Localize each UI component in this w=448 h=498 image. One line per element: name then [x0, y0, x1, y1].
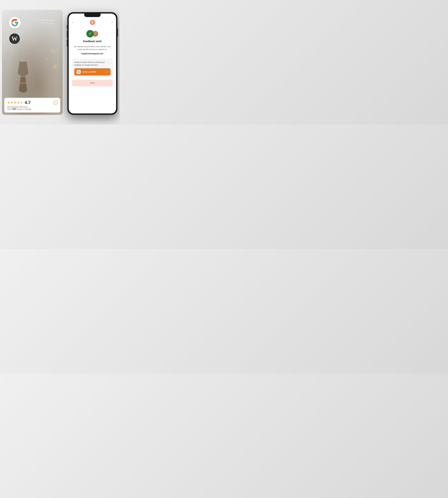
star-1: ★ [7, 100, 10, 104]
coffee-image [11, 59, 35, 94]
bokeh-1 [52, 51, 53, 52]
triangle-down-icon [92, 22, 93, 24]
mute-button [67, 25, 67, 29]
leave-review-button[interactable]: Leave a review ⬚ [74, 68, 111, 76]
rating-number: 4.7 [25, 100, 31, 105]
star-3: ★ [14, 100, 16, 104]
external-link-icon: ⬚ [106, 71, 108, 73]
star-5-half: ★ ★ [20, 100, 23, 104]
feedback-email: timjohnston@gmail.com [81, 53, 103, 55]
volume-down-button [67, 40, 67, 47]
success-avatar: ✓ [86, 30, 94, 37]
triangle-up-icon [92, 21, 93, 22]
menu-button[interactable]: — [111, 21, 113, 24]
avatar-group: ✓ [86, 30, 98, 37]
svg-text:W: W [11, 35, 17, 42]
google-review-card: Ready to inspire others by sharing your … [72, 58, 113, 77]
g-red2: e [30, 108, 31, 110]
person-title: CHEF BOUFFE [39, 22, 56, 24]
star-2: ★ [10, 100, 13, 104]
volume-up-button [67, 31, 67, 38]
bokeh-3 [54, 66, 56, 67]
google-icon [77, 70, 81, 74]
done-button[interactable]: Done [72, 80, 113, 86]
google-logo-circle [9, 17, 21, 29]
bokeh-2 [47, 59, 48, 60]
svg-rect-0 [18, 82, 28, 84]
review-prefix: Check [7, 108, 12, 110]
stars: ★ ★ ★ ★ ★ ★ [7, 100, 23, 104]
person-info: David Williams CHEF BOUFFE [39, 19, 56, 24]
phone-screen: ← — ✓ [69, 14, 116, 114]
person-name: David Williams [39, 19, 56, 22]
business-name-text: Nine Elephants Coffe House [7, 106, 58, 108]
app-logo [90, 20, 95, 25]
logo-triangles [92, 21, 93, 24]
leave-review-left: Leave a review [77, 70, 96, 74]
business-name: Nine Elephants Coffe House Check 1567 re… [7, 106, 58, 110]
google-link-text[interactable]: Google [25, 108, 31, 110]
checkmark-icon: ✓ [89, 32, 92, 36]
leave-review-label: Leave a review [82, 71, 96, 73]
close-button[interactable]: × [53, 100, 58, 105]
phone-body: ✓ Feedback sent! We typically respond wi… [69, 26, 116, 114]
review-bar: ★ ★ ★ ★ ★ ★ 4.7 × Nine Elephants Coffe H… [4, 98, 60, 113]
review-count: 1567 [12, 108, 16, 110]
feedback-description: We typically respond within a few minute… [72, 45, 113, 51]
phone-screen-area: ← — ✓ [69, 14, 116, 114]
g-blue: G [25, 108, 27, 110]
main-container: G W David Williams [0, 5, 119, 119]
phone-notch [84, 14, 101, 17]
phone-nav: ← — [69, 18, 116, 26]
review-card-text: Ready to inspire others by sharing your … [74, 61, 111, 66]
back-button[interactable]: ← [72, 21, 74, 24]
stars-rating: ★ ★ ★ ★ ★ ★ 4.7 [7, 100, 31, 105]
star-4: ★ [17, 100, 20, 104]
wordpress-logo: W [9, 33, 20, 44]
phone-container: ← — ✓ [67, 12, 117, 115]
review-bar-top: ★ ★ ★ ★ ★ ★ 4.7 × [7, 100, 58, 105]
review-suffix: reviews on [16, 108, 25, 110]
g-red: o [27, 108, 28, 110]
feedback-title: Feedback sent! [83, 40, 102, 43]
left-card: G W David Williams [2, 10, 63, 115]
g-yellow: o [28, 108, 29, 110]
power-button [117, 29, 118, 37]
phone-device: ← — ✓ [67, 12, 117, 115]
g-blue2: g [29, 108, 30, 110]
